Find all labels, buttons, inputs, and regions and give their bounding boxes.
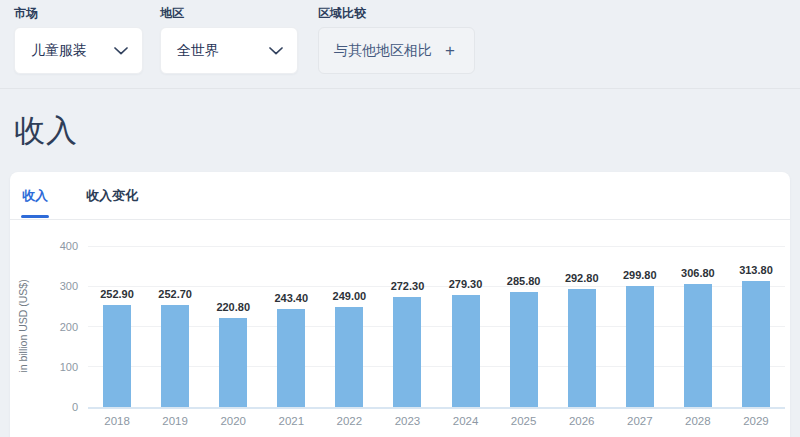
x-tick-label: 2023 (375, 415, 439, 427)
bar-2024[interactable] (452, 295, 480, 407)
market-filter-group: 市场 儿童服装 (14, 5, 143, 74)
comparison-filter-label: 区域比较 (318, 5, 475, 22)
bar-value-label: 306.80 (666, 267, 730, 279)
market-dropdown-value: 儿童服装 (31, 42, 87, 60)
bar-value-label: 252.70 (143, 288, 207, 300)
gridline (88, 326, 785, 327)
bar-value-label: 313.80 (724, 264, 788, 276)
gridline (88, 246, 785, 247)
region-dropdown[interactable]: 全世界 (160, 27, 298, 74)
x-tick-label: 2020 (201, 415, 265, 427)
bar-value-label: 285.80 (492, 275, 556, 287)
revenue-chart: in billion USD (US$) 0100200300400252.90… (10, 172, 790, 437)
x-tick-label: 2026 (550, 415, 614, 427)
x-tick-label: 2029 (724, 415, 788, 427)
y-tick-label: 0 (10, 401, 78, 413)
bar-value-label: 299.80 (608, 269, 672, 281)
bar-2020[interactable] (219, 318, 247, 407)
bar-2029[interactable] (742, 281, 770, 407)
region-filter-group: 地区 全世界 (160, 5, 298, 74)
compare-regions-button-label: 与其他地区相比 (334, 42, 432, 60)
region-filter-label: 地区 (160, 5, 298, 22)
region-dropdown-value: 全世界 (177, 42, 219, 60)
bar-2019[interactable] (161, 305, 189, 407)
y-tick-label: 100 (10, 361, 78, 373)
x-tick-label: 2025 (492, 415, 556, 427)
comparison-filter-group: 区域比较 与其他地区相比 + (318, 5, 475, 74)
x-tick-label: 2022 (317, 415, 381, 427)
bar-value-label: 243.40 (259, 292, 323, 304)
compare-regions-button[interactable]: 与其他地区相比 + (318, 27, 475, 74)
y-tick-label: 400 (10, 240, 78, 252)
bar-value-label: 272.30 (375, 280, 439, 292)
bar-2022[interactable] (335, 307, 363, 407)
bar-2023[interactable] (393, 297, 421, 407)
x-tick-label: 2028 (666, 415, 730, 427)
bar-value-label: 279.30 (434, 278, 498, 290)
revenue-card: 收入 收入变化 in billion USD (US$) 01002003004… (10, 172, 790, 437)
x-tick-label: 2027 (608, 415, 672, 427)
market-dropdown[interactable]: 儿童服装 (14, 27, 143, 74)
x-axis-line (88, 407, 785, 409)
bar-2026[interactable] (568, 289, 596, 407)
bar-2025[interactable] (510, 292, 538, 407)
bar-2018[interactable] (103, 305, 131, 407)
x-tick-label: 2018 (85, 415, 149, 427)
x-tick-label: 2019 (143, 415, 207, 427)
x-tick-label: 2024 (434, 415, 498, 427)
market-filter-label: 市场 (14, 5, 143, 22)
gridline (88, 366, 785, 367)
chevron-down-icon (269, 47, 283, 55)
bar-value-label: 220.80 (201, 301, 265, 313)
y-tick-label: 200 (10, 321, 78, 333)
x-tick-label: 2021 (259, 415, 323, 427)
bar-value-label: 252.90 (85, 288, 149, 300)
chevron-down-icon (114, 47, 128, 55)
bar-2027[interactable] (626, 286, 654, 407)
plus-icon: + (445, 41, 455, 61)
filter-bar: 市场 儿童服装 地区 全世界 区域比较 与其他地区相比 + (0, 0, 800, 89)
y-tick-label: 300 (10, 280, 78, 292)
bar-value-label: 249.00 (317, 290, 381, 302)
page-title: 收入 (0, 89, 800, 172)
bar-2021[interactable] (277, 309, 305, 407)
bar-value-label: 292.80 (550, 272, 614, 284)
bar-2028[interactable] (684, 284, 712, 407)
